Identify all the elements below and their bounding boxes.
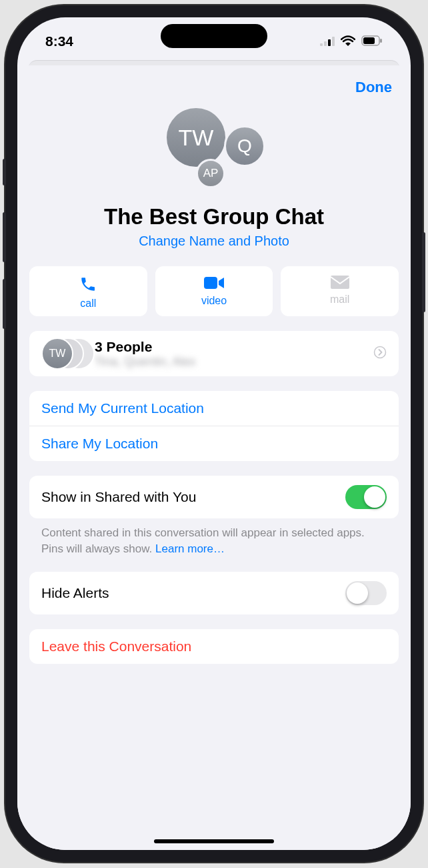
mail-button: mail (281, 266, 399, 316)
done-button[interactable]: Done (355, 79, 392, 96)
shared-with-you-row: Show in Shared with You (29, 476, 399, 518)
svg-rect-8 (331, 276, 349, 289)
people-count: 3 People (95, 339, 373, 355)
avatar-medium: Q (224, 125, 265, 167)
leave-conversation-row[interactable]: Leave this Conversation (29, 629, 399, 664)
people-row[interactable]: TW 3 People Tina, Quentin, Alex (29, 331, 399, 376)
svg-rect-2 (328, 39, 331, 46)
mail-label: mail (330, 294, 349, 306)
call-button[interactable]: call (29, 266, 147, 316)
status-bar: 8:34 (17, 17, 411, 60)
mail-icon (331, 276, 349, 291)
share-location-row[interactable]: Share My Location (29, 426, 399, 461)
avatar-small: AP (196, 159, 225, 188)
shared-with-you-toggle[interactable] (345, 485, 387, 509)
wifi-icon (341, 33, 355, 49)
video-label: video (201, 295, 227, 307)
call-label: call (80, 298, 96, 310)
send-location-row[interactable]: Send My Current Location (29, 391, 399, 426)
svg-rect-1 (324, 41, 327, 46)
svg-rect-3 (332, 37, 335, 46)
group-title: The Best Group Chat (29, 204, 399, 230)
details-sheet: Done TW Q AP The Best Group Chat Change … (17, 65, 411, 850)
shared-with-you-note: Content shared in this conversation will… (29, 518, 399, 557)
people-names: Tina, Quentin, Alex (95, 355, 373, 369)
cellular-icon (320, 33, 335, 49)
learn-more-link[interactable]: Learn more… (155, 542, 225, 555)
avatar-large: TW (167, 108, 225, 167)
battery-icon (361, 33, 383, 49)
svg-rect-6 (380, 39, 382, 43)
svg-rect-7 (204, 277, 217, 289)
screen: 8:34 Done TW Q AP (17, 17, 411, 850)
stacked-avatars: TW (41, 338, 88, 370)
hide-alerts-label: Hide Alerts (41, 585, 109, 601)
group-avatar-cluster[interactable]: TW Q AP (157, 104, 271, 197)
phone-frame: 8:34 Done TW Q AP (5, 5, 423, 862)
phone-icon (79, 276, 97, 295)
home-indicator[interactable] (154, 839, 274, 843)
shared-with-you-label: Show in Shared with You (41, 489, 196, 505)
change-name-photo-link[interactable]: Change Name and Photo (29, 234, 399, 249)
svg-point-9 (375, 347, 386, 358)
hide-alerts-toggle[interactable] (345, 581, 387, 605)
svg-rect-0 (320, 43, 323, 46)
svg-rect-5 (363, 37, 375, 44)
hide-alerts-row: Hide Alerts (29, 572, 399, 614)
video-icon (204, 276, 224, 292)
video-button[interactable]: video (155, 266, 273, 316)
chevron-right-icon (373, 346, 387, 362)
status-time: 8:34 (45, 33, 73, 49)
